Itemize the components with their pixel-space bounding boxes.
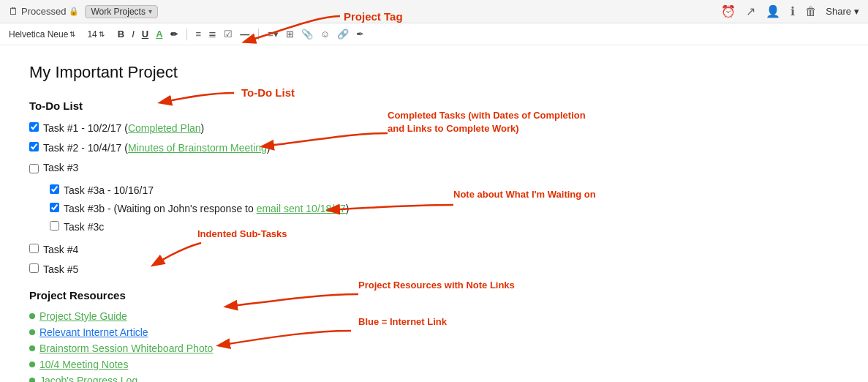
list-item: Task #3b - (Waiting on John's response t… <box>50 201 350 217</box>
highlight-button[interactable]: A <box>154 29 164 39</box>
dash-button[interactable]: — <box>238 29 251 39</box>
resource-link-5[interactable]: Jacob's Progress Log <box>39 375 137 382</box>
resource-link-1[interactable]: Project Style Guide <box>39 310 127 322</box>
italic-button[interactable]: I <box>130 29 136 39</box>
font-name: Helvetica Neue <box>9 29 68 40</box>
underline-button[interactable]: U <box>140 29 150 39</box>
task5-checkbox[interactable] <box>29 263 39 273</box>
share-label: Share <box>826 6 851 17</box>
task3b-checkbox[interactable] <box>50 203 59 212</box>
toolbar-divider1 <box>186 29 187 40</box>
share-caret: ▾ <box>854 6 859 17</box>
top-bar-left: 🗒 Processed 🔒 Work Projects ▾ <box>9 5 158 18</box>
info-icon[interactable]: ℹ <box>789 4 796 18</box>
document-icon: 🗒 <box>9 6 18 17</box>
task3a-text: Task #3a - 10/16/17 <box>64 183 154 198</box>
toolbar-divider2 <box>258 29 259 40</box>
list-item: Project Style Guide <box>29 310 839 322</box>
top-bar: 🗒 Processed 🔒 Work Projects ▾ ⏰ ↗ 👤 ℹ 🗑 … <box>0 0 868 23</box>
caret-icon: ▾ <box>148 7 152 15</box>
task4-checkbox[interactable] <box>29 244 39 253</box>
task3b-link[interactable]: email sent 10/18/17 <box>257 203 346 214</box>
bullet-icon <box>29 362 35 367</box>
list-item: Jacob's Progress Log <box>29 375 839 382</box>
project-tag-pill[interactable]: Work Projects ▾ <box>85 5 157 18</box>
resource-link-2[interactable]: Relevant Internet Article <box>39 326 148 338</box>
numbered-list-button[interactable]: ≣ <box>207 29 218 40</box>
todo-list: Task #1 - 10/2/17 (Completed Plan) Task … <box>29 121 839 277</box>
task2-text: Task #2 - 10/4/17 (Minutes of Brainstorm… <box>43 141 270 156</box>
task2-checkbox[interactable] <box>29 142 39 151</box>
annotation-todo: To-Do List <box>241 86 295 99</box>
list-item: Task #2 - 10/4/17 (Minutes of Brainstorm… <box>29 141 839 156</box>
task3a-checkbox[interactable] <box>50 184 59 194</box>
bullet-icon <box>29 378 35 382</box>
clear-format-button[interactable]: ✏ <box>169 30 179 39</box>
list-item: 10/4 Meeting Notes <box>29 359 839 370</box>
task3-checkbox[interactable] <box>29 164 39 173</box>
bold-button[interactable]: B <box>116 29 126 39</box>
share-note-icon[interactable]: ↗ <box>744 4 757 18</box>
task3b-text: Task #3b - (Waiting on John's response t… <box>64 201 350 217</box>
resources-section: Project Resources Project Style Guide Re… <box>29 289 839 382</box>
font-selector[interactable]: Helvetica Neue ⇅ <box>9 29 75 40</box>
list-item: Task #3 Task #3a - 10/16/17 Task #3b - (… <box>29 160 839 238</box>
account-icon[interactable]: 👤 <box>764 4 782 18</box>
checkbox-button[interactable]: ☑ <box>222 29 234 40</box>
task3-text: Task #3 <box>43 160 78 176</box>
emoji-button[interactable]: ☺ <box>319 29 331 40</box>
link-button[interactable]: 🔗 <box>336 29 350 40</box>
subtask-list: Task #3a - 10/16/17 Task #3b - (Waiting … <box>50 183 350 238</box>
task4-text: Task #4 <box>43 242 78 258</box>
font-up-down: ⇅ <box>69 30 75 38</box>
list-item: Task #5 <box>29 262 839 277</box>
resource-link-3[interactable]: Brainstorm Session Whiteboard Photo <box>39 342 213 354</box>
processed-section: 🗒 Processed 🔒 <box>9 6 79 17</box>
list-item: Task #1 - 10/2/17 (Completed Plan) <box>29 121 839 136</box>
share-button[interactable]: Share ▾ <box>826 6 859 17</box>
list-item: Relevant Internet Article <box>29 326 839 338</box>
task1-checkbox[interactable] <box>29 122 39 132</box>
task1-text: Task #1 - 10/2/17 (Completed Plan) <box>43 121 204 136</box>
reminder-icon[interactable]: ⏰ <box>720 4 737 18</box>
resources-list: Project Style Guide Relevant Internet Ar… <box>29 310 839 382</box>
size-up-down: ⇅ <box>99 30 105 38</box>
lock-icon: 🔒 <box>69 7 79 16</box>
tag-label-text: Work Projects <box>91 7 145 17</box>
bullet-icon <box>29 345 35 351</box>
draw-button[interactable]: ✒ <box>355 29 366 40</box>
top-bar-right: ⏰ ↗ 👤 ℹ 🗑 Share ▾ <box>720 4 859 18</box>
note-content: My Important Project To-Do List Task #1 … <box>0 45 868 382</box>
align-button[interactable]: ≡▾ <box>266 29 280 40</box>
todo-section-title: To-Do List <box>29 100 839 112</box>
font-size: 14 <box>87 29 97 40</box>
task2-link[interactable]: Minutes of Brainstorm Meeting <box>128 142 267 154</box>
font-size-selector[interactable]: 14 ⇅ <box>87 29 104 40</box>
list-item: Task #3a - 10/16/17 <box>50 183 350 198</box>
formatting-toolbar: Helvetica Neue ⇅ 14 ⇅ B I U A ✏ ≡ ≣ ☑ — … <box>0 23 868 45</box>
resource-link-4[interactable]: 10/4 Meeting Notes <box>39 359 128 370</box>
processed-label-text: Processed <box>21 6 66 17</box>
resources-section-title: Project Resources <box>29 289 839 302</box>
page-title: My Important Project <box>29 63 839 82</box>
delete-icon[interactable]: 🗑 <box>804 5 818 18</box>
task3c-text: Task #3c <box>64 220 104 235</box>
bullet-icon <box>29 313 35 319</box>
task1-link[interactable]: Completed Plan <box>128 122 201 134</box>
task3c-checkbox[interactable] <box>50 221 59 231</box>
list-item: Brainstorm Session Whiteboard Photo <box>29 342 839 354</box>
list-item: Task #4 <box>29 242 839 258</box>
attachment-button[interactable]: 📎 <box>300 29 314 40</box>
bullet-list-button[interactable]: ≡ <box>195 29 203 40</box>
list-item: Task #3c <box>50 220 350 235</box>
task5-text: Task #5 <box>43 262 78 277</box>
table-button[interactable]: ⊞ <box>284 29 295 40</box>
bullet-icon <box>29 329 35 335</box>
